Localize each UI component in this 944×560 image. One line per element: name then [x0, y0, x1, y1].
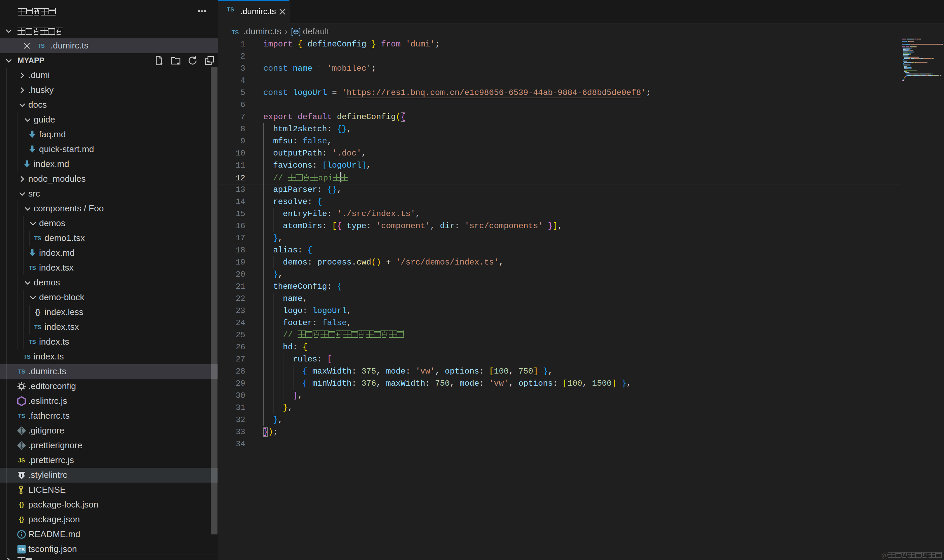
svg-text:TS: TS [18, 546, 25, 552]
